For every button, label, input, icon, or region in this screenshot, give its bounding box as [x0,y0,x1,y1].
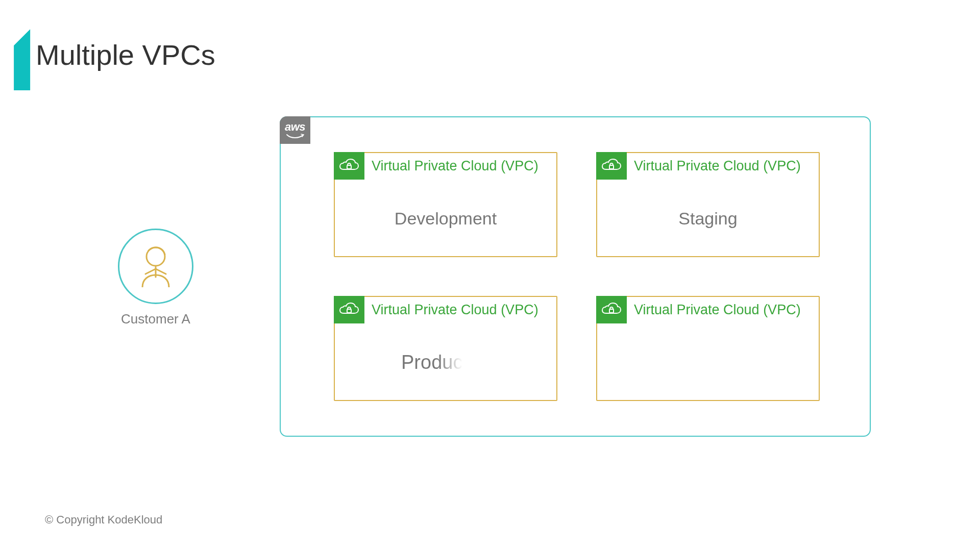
aws-logo-text: aws [285,121,305,133]
vpc-content: Staging [597,181,819,256]
customer-avatar-circle [118,229,193,304]
vpc-cloud-lock-icon [334,152,364,180]
vpc-cloud-lock-icon [596,152,627,180]
vpc-empty: Virtual Private Cloud (VPC) [596,296,820,401]
vpc-development: Virtual Private Cloud (VPC) Development [334,152,557,257]
vpc-grid: Virtual Private Cloud (VPC) Development … [334,152,820,401]
page-title: Multiple VPCs [36,38,215,71]
user-icon [138,245,173,287]
vpc-production-partial: Virtual Private Cloud (VPC) Produc [334,296,557,401]
aws-smile-icon [286,134,304,139]
svg-rect-4 [609,309,614,313]
vpc-tab: Virtual Private Cloud (VPC) [596,296,801,323]
vpc-cloud-lock-icon [334,296,364,323]
vpc-label: Virtual Private Cloud (VPC) [364,302,538,318]
copyright: © Copyright KodeKloud [45,513,162,527]
vpc-tab: Virtual Private Cloud (VPC) [334,296,538,323]
vpc-content: Produc [335,324,556,400]
vpc-label: Virtual Private Cloud (VPC) [364,158,538,174]
vpc-tab: Virtual Private Cloud (VPC) [596,152,801,180]
aws-cloud-container: aws Virtual Private Cloud (VPC) Developm… [280,116,871,437]
vpc-label: Virtual Private Cloud (VPC) [627,158,801,174]
svg-rect-2 [609,165,614,169]
customer-block: Customer A [118,229,193,327]
vpc-staging: Virtual Private Cloud (VPC) Staging [596,152,820,257]
aws-tab: aws [280,116,310,144]
svg-rect-1 [347,165,351,169]
vpc-tab: Virtual Private Cloud (VPC) [334,152,538,180]
vpc-content: Development [335,181,556,256]
svg-rect-3 [347,309,351,313]
vpc-cloud-lock-icon [596,296,627,323]
vpc-content [597,324,819,400]
vpc-label: Virtual Private Cloud (VPC) [627,302,801,318]
customer-label: Customer A [121,311,190,327]
vpc-partial-text: Produc [401,352,462,373]
